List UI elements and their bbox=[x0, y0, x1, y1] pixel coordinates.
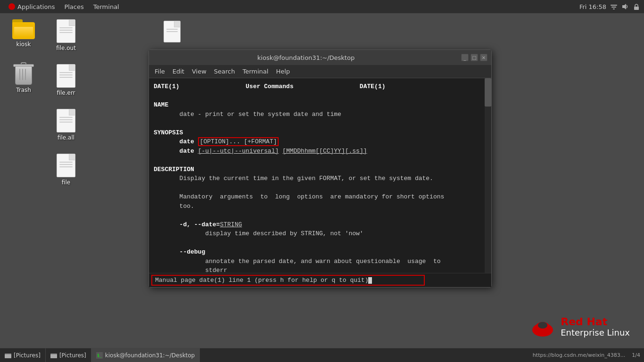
lock-icon bbox=[633, 3, 640, 10]
desktop-icon-file-err[interactable]: file.err bbox=[47, 61, 85, 99]
file-out-icon bbox=[57, 19, 75, 43]
taskbar: [Pictures] [Pictures] $_ kiosk@foundatio… bbox=[0, 348, 644, 362]
man-page-content: DATE(1) User Commands DATE(1) NAME date … bbox=[154, 82, 482, 273]
terminal-small-icon: $_ bbox=[96, 352, 103, 359]
svg-point-7 bbox=[538, 322, 547, 329]
scrollbar-thumb bbox=[485, 78, 491, 107]
terminal-titlebar: kiosk@foundation31:~/Desktop _ □ ✕ bbox=[149, 50, 491, 65]
minimize-button[interactable]: _ bbox=[461, 54, 469, 61]
datetime: Fri 16:58 bbox=[579, 3, 606, 10]
desktop-icon-file-out[interactable]: file.out bbox=[47, 16, 85, 54]
places-menu[interactable]: Places bbox=[59, 1, 88, 12]
icon-column-1: kiosk Trash bbox=[5, 16, 42, 189]
desktop-icon-file-all[interactable]: file.all bbox=[47, 106, 85, 144]
file-icon bbox=[57, 154, 75, 177]
volume-icon bbox=[621, 3, 629, 10]
status-input: Manual page date(1) line 1 (press h for … bbox=[151, 275, 425, 286]
menu-left: Applications Places Terminal bbox=[4, 1, 124, 12]
terminal-scrollbar[interactable] bbox=[485, 78, 491, 273]
kiosk-label: kiosk bbox=[17, 41, 31, 48]
term-search-menu[interactable]: Search bbox=[210, 66, 239, 76]
cursor bbox=[368, 277, 372, 284]
term-file-menu[interactable]: File bbox=[151, 66, 169, 76]
redhat-text: Red Hat Enterprise Linux bbox=[561, 316, 630, 337]
trash-label: Trash bbox=[16, 87, 31, 93]
status-text: Manual page date(1) line 1 (press h for … bbox=[155, 277, 368, 284]
redhat-name: Red Hat bbox=[561, 316, 630, 328]
terminal-menubar: File Edit View Search Terminal Help bbox=[149, 65, 491, 78]
desktop: Applications Places Terminal Fri 16:58 bbox=[0, 0, 644, 362]
term-help-menu[interactable]: Help bbox=[272, 66, 294, 76]
desktop-icon-kiosk[interactable]: kiosk bbox=[5, 16, 42, 50]
svg-text:$_: $_ bbox=[97, 354, 102, 358]
file-all-label: file.all bbox=[58, 134, 74, 141]
folder-small-icon bbox=[5, 352, 11, 359]
svg-rect-2 bbox=[613, 8, 615, 9]
file-out-label: file.out bbox=[56, 45, 76, 51]
redhat-logo: Red Hat Enterprise Linux bbox=[530, 315, 630, 338]
folder-icon bbox=[12, 19, 35, 39]
close-button[interactable]: ✕ bbox=[480, 54, 487, 61]
taskbar-label-3: kiosk@foundation31:~/Desktop bbox=[105, 352, 195, 359]
svg-rect-0 bbox=[611, 5, 617, 6]
network-icon bbox=[610, 3, 618, 10]
taskbar-label-1: [Pictures] bbox=[14, 352, 41, 359]
redhat-symbol bbox=[530, 315, 556, 338]
redhat-subtitle: Enterprise Linux bbox=[561, 328, 630, 337]
icon-column-2: file.out file.err file.all bbox=[47, 16, 85, 189]
app-icon bbox=[8, 3, 15, 10]
folder-small-icon-2 bbox=[50, 352, 57, 359]
menu-right: Fri 16:58 bbox=[579, 3, 640, 10]
file-err-icon bbox=[57, 64, 75, 88]
page-info: 1/4 bbox=[632, 352, 640, 358]
taskbar-label-2: [Pictures] bbox=[59, 352, 86, 359]
term-terminal-menu[interactable]: Terminal bbox=[239, 66, 272, 76]
desktop-icon-trash[interactable]: Trash bbox=[5, 58, 42, 96]
doc-icon bbox=[164, 21, 181, 42]
terminal-menu[interactable]: Terminal bbox=[89, 1, 124, 12]
svg-marker-3 bbox=[622, 4, 626, 9]
svg-rect-11 bbox=[50, 354, 57, 358]
svg-rect-9 bbox=[5, 354, 11, 358]
taskbar-item-terminal[interactable]: $_ kiosk@foundation31:~/Desktop bbox=[91, 348, 200, 362]
svg-rect-1 bbox=[611, 7, 616, 8]
desktop-icon-file[interactable]: file bbox=[47, 151, 85, 189]
trash-icon bbox=[13, 60, 34, 85]
term-view-menu[interactable]: View bbox=[188, 66, 210, 76]
terminal-title: kiosk@foundation31:~/Desktop bbox=[153, 54, 459, 61]
url-hint: https://blog.csdn.me/weixin_4383... bbox=[533, 352, 625, 358]
taskbar-item-pictures-1[interactable]: [Pictures] bbox=[0, 348, 46, 362]
desktop-icon-doc[interactable] bbox=[153, 18, 191, 45]
file-err-label: file.err bbox=[57, 90, 75, 96]
terminal-body[interactable]: DATE(1) User Commands DATE(1) NAME date … bbox=[149, 78, 491, 273]
top-menubar: Applications Places Terminal Fri 16:58 bbox=[0, 0, 644, 13]
taskbar-item-pictures-2[interactable]: [Pictures] bbox=[46, 348, 91, 362]
applications-menu[interactable]: Applications bbox=[4, 1, 59, 12]
term-edit-menu[interactable]: Edit bbox=[169, 66, 188, 76]
maximize-button[interactable]: □ bbox=[471, 54, 478, 61]
terminal-status-bar: Manual page date(1) line 1 (press h for … bbox=[149, 273, 491, 287]
terminal-window: kiosk@foundation31:~/Desktop _ □ ✕ File … bbox=[149, 49, 492, 288]
file-all-icon bbox=[57, 109, 75, 132]
svg-rect-4 bbox=[634, 7, 639, 10]
taskbar-right: https://blog.csdn.me/weixin_4383... 1/4 bbox=[533, 352, 644, 358]
file-label: file bbox=[62, 179, 70, 186]
